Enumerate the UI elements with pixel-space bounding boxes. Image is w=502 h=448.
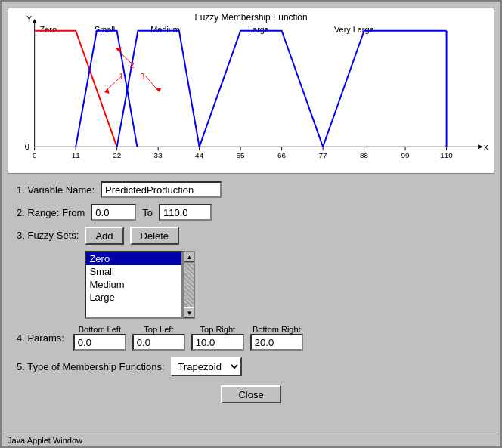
- svg-text:Very Large: Very Large: [334, 25, 374, 34]
- add-button[interactable]: Add: [85, 227, 123, 245]
- svg-marker-3: [33, 19, 37, 23]
- scrollbar-up-arrow[interactable]: ▲: [184, 252, 194, 262]
- svg-text:3: 3: [140, 72, 144, 81]
- svg-text:Small: Small: [95, 25, 115, 34]
- svg-text:44: 44: [195, 151, 204, 159]
- scrollbar-down-arrow[interactable]: ▼: [184, 307, 194, 318]
- chart-svg: Fuzzy Membership Function Y x 0 0 11: [8, 8, 494, 173]
- delete-button[interactable]: Delete: [130, 227, 180, 245]
- type-select[interactable]: Trapezoid Triangle Gaussian: [172, 358, 240, 375]
- list-item-medium[interactable]: Medium: [86, 278, 181, 291]
- params-inputs-row: 4. Params: Bottom Left Top Left Top Righ…: [17, 325, 485, 351]
- status-bar: Java Applet Window: [2, 434, 500, 446]
- type-select-wrapper: Trapezoid Triangle Gaussian: [171, 357, 242, 376]
- param-header-br: Bottom Right: [253, 325, 301, 334]
- form-area: 1. Variable Name: 2. Range: From To 3. F…: [2, 177, 500, 434]
- svg-marker-5: [478, 144, 483, 149]
- listbox-scrollbar: ▲ ▼: [183, 251, 195, 319]
- fuzzy-sets-label: 3. Fuzzy Sets:: [17, 227, 79, 241]
- svg-text:0: 0: [33, 151, 37, 159]
- svg-text:22: 22: [113, 151, 121, 159]
- param-top-left-input[interactable]: [132, 334, 185, 351]
- variable-name-label: 1. Variable Name:: [17, 184, 95, 196]
- fuzzy-sets-listbox-wrapper: Zero Small Medium Large ▲ ▼: [85, 251, 195, 319]
- chart-area: Fuzzy Membership Function Y x 0 0 11: [8, 8, 494, 174]
- svg-text:110: 110: [440, 151, 453, 159]
- fuzzy-sets-listbox[interactable]: Zero Small Medium Large: [85, 251, 183, 319]
- close-button[interactable]: Close: [221, 385, 281, 403]
- list-item-large[interactable]: Large: [86, 291, 181, 304]
- param-top-right-input[interactable]: [191, 334, 244, 351]
- svg-line-37: [106, 76, 122, 91]
- variable-name-row: 1. Variable Name:: [17, 181, 485, 198]
- scrollbar-track[interactable]: [184, 262, 194, 307]
- param-header-tl: Top Left: [144, 325, 173, 334]
- type-label: 5. Type of Membership Functions:: [17, 361, 165, 372]
- param-header-tr: Top Right: [200, 325, 235, 334]
- svg-marker-44: [156, 88, 161, 92]
- to-label: To: [142, 207, 153, 218]
- fuzzy-sets-row: 3. Fuzzy Sets: Add Delete Zero Small Med…: [17, 227, 485, 319]
- range-from-input[interactable]: [91, 204, 136, 221]
- status-text: Java Applet Window: [8, 436, 82, 445]
- svg-line-40: [117, 50, 133, 65]
- fuzzy-sets-buttons: Add Delete: [85, 227, 195, 245]
- svg-text:33: 33: [154, 151, 163, 159]
- list-item-small[interactable]: Small: [86, 265, 181, 278]
- list-item-zero[interactable]: Zero: [86, 252, 181, 265]
- svg-text:88: 88: [360, 151, 369, 159]
- svg-text:99: 99: [401, 151, 411, 159]
- params-label: 4. Params:: [17, 332, 64, 344]
- svg-text:x: x: [484, 142, 488, 151]
- svg-text:11: 11: [72, 151, 81, 159]
- svg-text:Y: Y: [26, 14, 33, 23]
- close-row: Close: [17, 385, 485, 403]
- main-window: Fuzzy Membership Function Y x 0 0 11: [0, 0, 502, 448]
- params-section: 4. Params: Bottom Left Top Left Top Righ…: [17, 325, 485, 351]
- svg-text:0: 0: [25, 142, 29, 151]
- svg-text:Medium: Medium: [150, 25, 180, 34]
- svg-text:55: 55: [237, 151, 246, 159]
- range-to-input[interactable]: [159, 204, 212, 221]
- svg-text:Zero: Zero: [40, 25, 57, 34]
- svg-text:Large: Large: [248, 25, 269, 34]
- svg-text:Fuzzy Membership Function: Fuzzy Membership Function: [194, 12, 307, 23]
- variable-name-input[interactable]: [101, 181, 222, 198]
- svg-text:66: 66: [277, 151, 287, 159]
- param-bottom-left-input[interactable]: [73, 334, 126, 351]
- param-header-bl: Bottom Left: [79, 325, 121, 334]
- type-row: 5. Type of Membership Functions: Trapezo…: [17, 357, 485, 376]
- range-label: 2. Range: From: [17, 207, 85, 218]
- param-bottom-right-input[interactable]: [250, 334, 303, 351]
- range-row: 2. Range: From To: [17, 204, 485, 221]
- svg-text:77: 77: [319, 151, 327, 159]
